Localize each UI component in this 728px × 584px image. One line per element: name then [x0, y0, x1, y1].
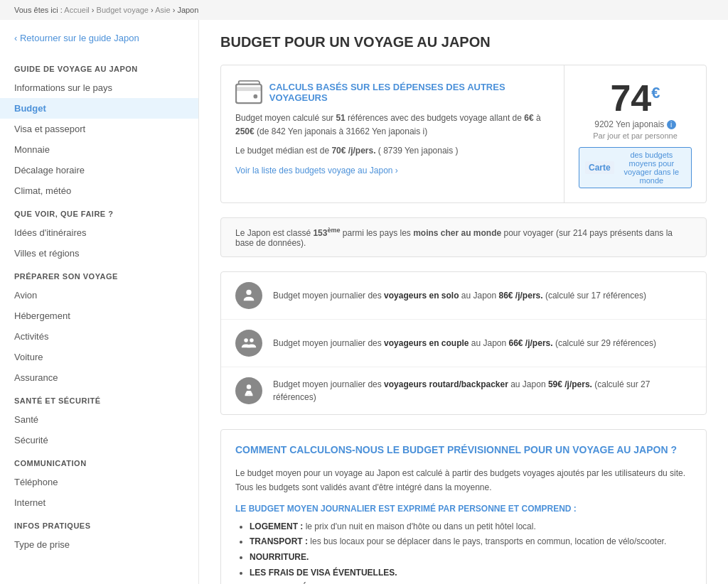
list-item: LOGEMENT : le prix d'un nuit en maison d… — [250, 519, 692, 535]
sidebar-item-itineraires[interactable]: Idées d'itinéraires — [0, 222, 198, 243]
list-item: LES ACTIVITÉS TOURISTIQUES : musées, tem… — [250, 580, 692, 584]
ranking-bar: Le Japon est classé 153ème parmi les pay… — [220, 217, 707, 257]
sidebar-item-assurance[interactable]: Assurance — [0, 367, 198, 388]
sidebar-section-activities: QUE VOIR, QUE FAIRE ? — [0, 201, 198, 222]
sidebar-item-internet[interactable]: Internet — [0, 492, 198, 513]
sidebar-item-avion[interactable]: Avion — [0, 285, 198, 305]
top-card-right: 74€ 9202 Yen japonais i Par jour et par … — [564, 65, 706, 202]
sidebar-item-budget[interactable]: Budget — [0, 98, 198, 119]
sidebar-section-health: SANTÉ ET SÉCURITÉ — [0, 388, 198, 409]
budget-cards: Budget moyen journalier des voyageurs en… — [220, 271, 707, 415]
breadcrumb-prefix: Vous êtes ici : — [14, 6, 63, 14]
solo-icon — [235, 282, 262, 309]
sidebar-back-link[interactable]: Retourner sur le guide Japon — [0, 27, 198, 49]
top-card-left: CALCULS BASÉS SUR LES DÉPENSES DES AUTRE… — [221, 65, 564, 202]
how-section-title: COMMENT CALCULONS-NOUS LE BUDGET PRÉVISI… — [235, 444, 692, 455]
top-card: CALCULS BASÉS SUR LES DÉPENSES DES AUTRE… — [220, 65, 707, 203]
yen-info-icon[interactable]: i — [667, 120, 676, 129]
list-item: TRANSPORT : les bus locaux pour se dépla… — [250, 534, 692, 550]
breadcrumb-budget[interactable]: Budget voyage — [97, 6, 149, 14]
sidebar-item-hebergement[interactable]: Hébergement — [0, 305, 198, 326]
sidebar-item-sante[interactable]: Santé — [0, 409, 198, 430]
big-price-display: 74€ — [610, 80, 660, 117]
price-currency: € — [651, 84, 660, 102]
how-section-text: Le budget moyen pour un voyage au Japon … — [235, 466, 692, 495]
budget-card-solo-text: Budget moyen journalier des voyageurs en… — [273, 289, 646, 302]
sidebar-section-guide: GUIDE DE VOYAGE AU JAPON — [0, 56, 198, 77]
breadcrumb-accueil[interactable]: Accueil — [64, 6, 89, 14]
sidebar: Retourner sur le guide Japon GUIDE DE VO… — [0, 20, 199, 584]
sidebar-section-communication: COMMUNICATION — [0, 450, 198, 472]
main-content: BUDGET POUR UN VOYAGE AU JAPON CALCULS B… — [199, 20, 728, 584]
sidebar-item-decalage[interactable]: Décalage horaire — [0, 160, 198, 180]
top-card-median-text: Le budget médian est de 70€ /j/pers. ( 8… — [235, 144, 550, 158]
svg-point-6 — [247, 384, 251, 389]
calculs-title: CALCULS BASÉS SUR LES DÉPENSES DES AUTRE… — [235, 80, 550, 104]
sidebar-item-visa[interactable]: Visa et passeport — [0, 119, 198, 139]
info-icon-yen[interactable]: i — [423, 126, 425, 136]
sidebar-item-climat[interactable]: Climat, météo — [0, 180, 198, 201]
wallet-icon — [235, 80, 262, 104]
list-link[interactable]: Voir la liste des budgets voyage au Japo… — [235, 166, 398, 175]
yen-info: 9202 Yen japonais i — [594, 119, 675, 129]
page-title: BUDGET POUR UN VOYAGE AU JAPON — [220, 34, 707, 50]
breadcrumb-current: Japon — [177, 6, 198, 14]
top-card-budget-text: Budget moyen calculé sur 51 références a… — [235, 112, 550, 139]
carte-label: Carte — [585, 161, 614, 174]
carte-badge: Carte des budgets moyens pour voyager da… — [579, 147, 692, 188]
breadcrumb: Vous êtes ici : Accueil › Budget voyage … — [0, 0, 728, 20]
svg-rect-8 — [246, 391, 251, 395]
sidebar-item-prise[interactable]: Type de prise — [0, 534, 198, 555]
svg-point-5 — [250, 338, 254, 342]
couple-icon — [235, 330, 262, 357]
sidebar-item-securite[interactable]: Sécurité — [0, 430, 198, 450]
list-item: LES FRAIS DE VISA ÉVENTUELLES. — [250, 566, 692, 581]
top-card-link-text: Voir la liste des budgets voyage au Japo… — [235, 164, 550, 178]
sidebar-item-telephone[interactable]: Téléphone — [0, 472, 198, 492]
sidebar-section-infos: INFOS PRATIQUES — [0, 513, 198, 534]
how-includes-list: LOGEMENT : le prix d'un nuit en maison d… — [235, 519, 692, 584]
how-section: COMMENT CALCULONS-NOUS LE BUDGET PRÉVISI… — [220, 429, 707, 584]
routard-icon — [235, 377, 262, 404]
sidebar-item-voiture[interactable]: Voiture — [0, 347, 198, 367]
sidebar-item-activites[interactable]: Activités — [0, 326, 198, 347]
list-item: NOURRITURE. — [250, 550, 692, 566]
budget-card-couple-text: Budget moyen journalier des voyageurs en… — [273, 337, 656, 350]
breadcrumb-asie[interactable]: Asie — [155, 6, 170, 14]
budget-card-couple: Budget moyen journalier des voyageurs en… — [221, 320, 706, 367]
carte-text: des budgets moyens pour voyager dans le … — [618, 151, 685, 185]
sidebar-section-prepare: PRÉPARER SON VOYAGE — [0, 264, 198, 285]
how-includes-title: LE BUDGET MOYEN JOURNALIER EST EXPRIMÉ P… — [235, 504, 692, 514]
sidebar-item-informations[interactable]: Informations sur le pays — [0, 77, 198, 98]
price-number: 74€ — [610, 77, 660, 119]
budget-card-solo: Budget moyen journalier des voyageurs en… — [221, 272, 706, 320]
svg-rect-1 — [236, 87, 262, 91]
sidebar-item-monnaie[interactable]: Monnaie — [0, 139, 198, 160]
per-day-text: Par jour et par personne — [593, 131, 678, 140]
sidebar-item-villes[interactable]: Villes et régions — [0, 243, 198, 264]
svg-point-3 — [246, 290, 251, 295]
svg-point-4 — [244, 338, 248, 342]
budget-card-routard-text: Budget moyen journalier des voyageurs ro… — [273, 378, 692, 404]
budget-card-routard: Budget moyen journalier des voyageurs ro… — [221, 367, 706, 414]
svg-point-2 — [254, 94, 258, 99]
